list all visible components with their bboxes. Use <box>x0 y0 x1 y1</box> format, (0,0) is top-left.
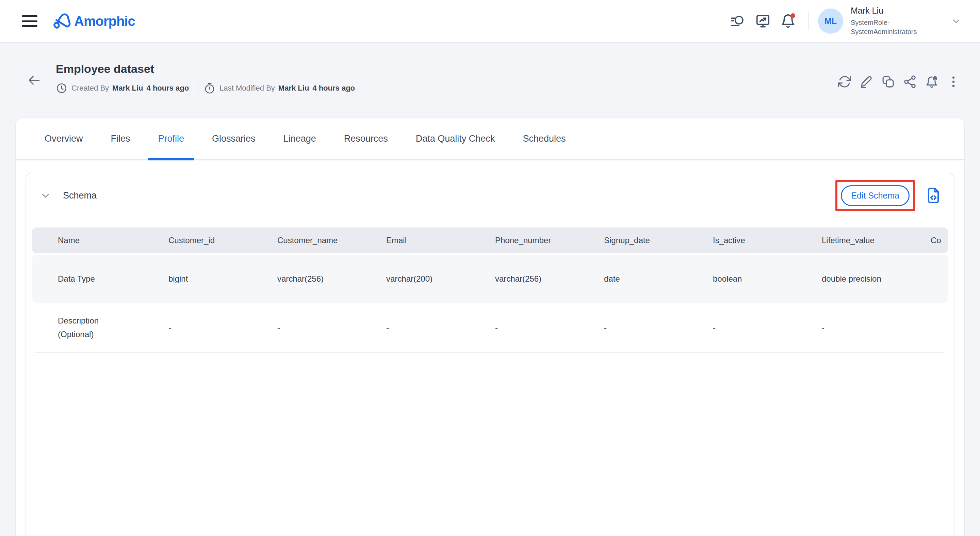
table-cell: date <box>578 255 687 303</box>
topbar-right: ML Mark Liu SystemRole-SystemAdministrat… <box>721 6 964 37</box>
red-highlight-annotation: Edit Schema <box>835 180 915 211</box>
user-name: Mark Liu <box>851 6 930 16</box>
modified-time: 4 hours ago <box>312 84 355 93</box>
timer-icon <box>204 82 215 94</box>
table-cell: varchar(256) <box>469 255 578 303</box>
schema-table: Name Customer_id Customer_name Email Pho… <box>32 228 948 353</box>
table-cell: bigint <box>143 255 251 303</box>
user-menu[interactable]: Mark Liu SystemRole-SystemAdministrators <box>851 6 930 37</box>
table-cell: - <box>796 303 905 352</box>
topbar: Amorphic ML Mark Liu Syst <box>0 0 980 43</box>
title-block: Employee dataset Created By Mark Liu 4 h… <box>56 61 358 94</box>
back-arrow-icon[interactable] <box>27 73 41 88</box>
col-header-signup-date: Signup_date <box>578 228 687 254</box>
modified-by-label: Last Modified By <box>220 84 275 93</box>
dashboard-icon[interactable] <box>755 13 771 29</box>
tab-profile[interactable]: Profile <box>158 118 185 159</box>
tab-lineage[interactable]: Lineage <box>283 118 316 159</box>
table-cell: - <box>251 303 360 352</box>
schema-actions: Edit Schema <box>835 180 942 211</box>
refresh-icon[interactable] <box>837 74 852 89</box>
modified-by-name: Mark Liu <box>278 84 309 93</box>
user-role: SystemRole-SystemAdministrators <box>851 18 930 37</box>
notifications-icon[interactable] <box>780 13 796 29</box>
table-cell: varchar(200) <box>360 255 469 303</box>
clock-icon <box>56 82 67 94</box>
topbar-divider <box>808 12 808 30</box>
chevron-down-icon[interactable] <box>951 16 962 27</box>
tab-overview[interactable]: Overview <box>45 118 83 159</box>
col-header-name: Name <box>32 228 143 254</box>
brand-logo[interactable]: Amorphic <box>53 12 135 30</box>
table-cell: varchar(256) <box>251 255 360 303</box>
table-cell: boolean <box>687 255 796 303</box>
created-by-name: Mark Liu <box>112 84 143 93</box>
page-header: Employee dataset Created By Mark Liu 4 h… <box>0 43 980 118</box>
col-header-customer-name: Customer_name <box>251 228 360 254</box>
edit-schema-button[interactable]: Edit Schema <box>841 185 910 206</box>
row-label-data-type: Data Type <box>32 255 143 303</box>
table-cell <box>905 303 948 352</box>
file-code-icon[interactable] <box>924 187 942 204</box>
edit-pencil-icon[interactable] <box>859 74 874 89</box>
table-cell: - <box>578 303 687 352</box>
hamburger-menu-icon[interactable] <box>22 15 37 27</box>
notification-settings-icon[interactable] <box>924 74 939 89</box>
meta-row: Created By Mark Liu 4 hours ago Last Mod… <box>56 82 358 94</box>
avatar[interactable]: ML <box>818 8 843 34</box>
schema-section-title: Schema <box>63 190 97 201</box>
meta-divider <box>198 82 198 94</box>
brand-name: Amorphic <box>74 14 135 29</box>
created-time: 4 hours ago <box>147 84 189 93</box>
table-cell: double precision <box>796 255 905 303</box>
col-header-is-active: Is_active <box>687 228 796 254</box>
search-icon[interactable] <box>730 13 746 29</box>
table-cell: - <box>469 303 578 352</box>
dataset-card: Overview Files Profile Glossaries Lineag… <box>15 118 965 536</box>
col-header-customer-id: Customer_id <box>143 228 251 254</box>
schema-table-header: Name Customer_id Customer_name Email Pho… <box>32 228 948 254</box>
tab-resources[interactable]: Resources <box>344 118 388 159</box>
share-icon[interactable] <box>902 74 917 89</box>
tab-files[interactable]: Files <box>111 118 130 159</box>
page-title: Employee dataset <box>56 61 358 76</box>
col-header-lifetime-value: Lifetime_value <box>796 228 905 254</box>
table-cell: - <box>687 303 796 352</box>
notification-badge <box>791 13 795 18</box>
schema-panel: Schema Edit Schema Name Cu <box>25 173 955 536</box>
header-actions <box>830 74 961 89</box>
more-options-icon[interactable] <box>946 74 961 89</box>
schema-panel-header: Schema Edit Schema <box>26 173 954 206</box>
copy-icon[interactable] <box>881 74 896 89</box>
tab-glossaries[interactable]: Glossaries <box>212 118 256 159</box>
amorphic-logo-icon <box>53 12 73 30</box>
table-cell: - <box>360 303 469 352</box>
table-row: Description (Optional) - - - - - - - <box>32 303 948 353</box>
table-row: Data Type bigint varchar(256) varchar(20… <box>32 255 948 303</box>
created-by-label: Created By <box>72 84 109 93</box>
table-cell: - <box>143 303 251 352</box>
table-cell <box>905 255 948 303</box>
collapse-chevron-icon[interactable] <box>40 190 51 201</box>
col-header-clipped: Co <box>905 228 948 254</box>
col-header-phone-number: Phone_number <box>469 228 578 254</box>
tab-schedules[interactable]: Schedules <box>523 118 566 159</box>
row-label-description: Description (Optional) <box>32 303 143 352</box>
col-header-email: Email <box>360 228 469 254</box>
tab-data-quality-check[interactable]: Data Quality Check <box>416 118 495 159</box>
tab-bar: Overview Files Profile Glossaries Lineag… <box>16 118 964 160</box>
